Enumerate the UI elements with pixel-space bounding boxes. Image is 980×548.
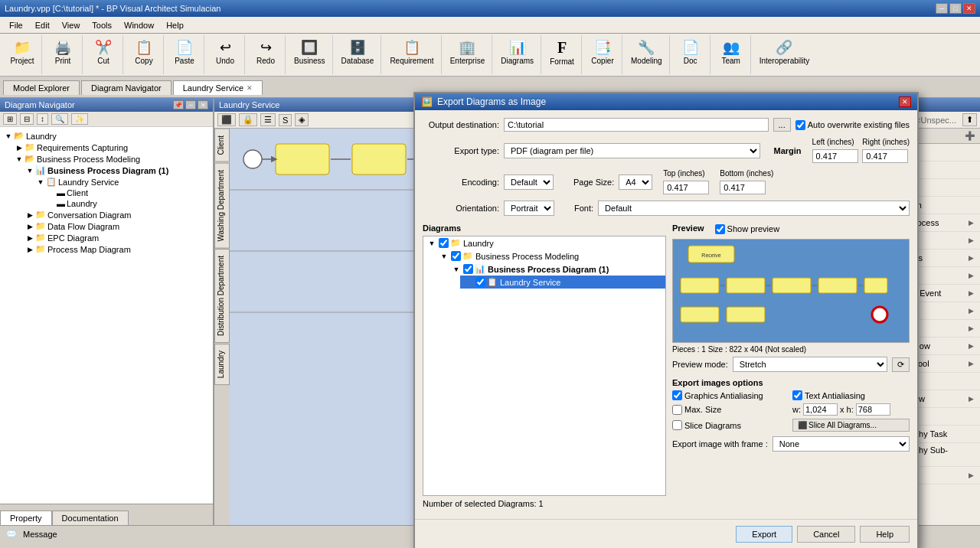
- menu-window[interactable]: Window: [118, 19, 160, 31]
- graphics-antialiasing-checkbox[interactable]: [672, 390, 682, 400]
- tree-item-epc[interactable]: ▶ 📁 EPC Diagram: [23, 232, 211, 243]
- panel-close-btn2[interactable]: ✕: [198, 100, 208, 109]
- toolbar-format-btn[interactable]: F Format: [546, 37, 578, 68]
- toolbar-undo-btn[interactable]: ↩ Undo: [209, 37, 241, 67]
- tree-toolbar-btn5[interactable]: ✨: [71, 113, 88, 125]
- close-btn[interactable]: ✕: [963, 3, 975, 14]
- toolbar-modeling-btn[interactable]: 🔧 Modeling: [627, 37, 666, 67]
- v-tab-laundry[interactable]: Laundry: [214, 344, 230, 385]
- tree-expand-bpd[interactable]: ▼: [24, 167, 35, 175]
- toolbar-paste-btn[interactable]: 📄 Paste: [168, 37, 201, 67]
- panel-minimize-btn[interactable]: ─: [185, 100, 196, 109]
- tree-item-requirements[interactable]: ▶ 📁 Requirements Capturing: [12, 142, 211, 153]
- auto-overwrite-checkbox[interactable]: [795, 120, 805, 130]
- tree-expand-epc[interactable]: ▶: [24, 234, 35, 242]
- text-antialiasing-checkbox[interactable]: [792, 390, 802, 400]
- v-tab-distribution[interactable]: Distribution Department: [214, 249, 230, 343]
- dt-expand-bpm[interactable]: ▼: [439, 253, 449, 260]
- dt-expand-bpd2[interactable]: ▼: [451, 266, 462, 273]
- menu-help[interactable]: Help: [160, 19, 190, 31]
- tree-expand-bpm[interactable]: ▼: [14, 155, 24, 163]
- export-dialog[interactable]: 🖼️ Export Diagrams as Image ✕ Output des…: [413, 92, 919, 542]
- toolbar-copier-btn[interactable]: 📑 Copier: [586, 37, 619, 67]
- max-size-h-input[interactable]: [856, 403, 890, 416]
- tree-item-pmd[interactable]: ▶ 📁 Process Map Diagram: [23, 243, 211, 255]
- max-size-w-input[interactable]: [803, 403, 838, 416]
- cancel-btn[interactable]: Cancel: [797, 526, 855, 542]
- tools-panel-btn3[interactable]: ☰: [260, 113, 276, 126]
- tree-item-bpd[interactable]: ▼ 📊 Business Process Diagram (1): [23, 165, 211, 176]
- toolbar-doc-btn[interactable]: 📄 Doc: [675, 37, 707, 67]
- tools-panel-btn1[interactable]: ⬛: [217, 113, 236, 126]
- menu-tools[interactable]: Tools: [86, 19, 118, 31]
- tree-toolbar-btn4[interactable]: 🔍: [51, 113, 68, 125]
- tree-expand-lsvc[interactable]: ▼: [35, 178, 46, 186]
- documentation-tab[interactable]: Documentation: [52, 510, 129, 525]
- maximize-btn[interactable]: □: [949, 3, 962, 14]
- toolbar-cut-btn[interactable]: ✂️ Cut: [87, 37, 119, 67]
- top-margin-input[interactable]: [663, 181, 709, 194]
- tools-panel-btn2[interactable]: 🔒: [239, 113, 257, 126]
- toolbar-database-btn[interactable]: 🗄️ Database: [338, 37, 378, 67]
- tree-expand-pmd[interactable]: ▶: [24, 246, 35, 253]
- encoding-select[interactable]: Default: [504, 175, 554, 190]
- preview-refresh-btn[interactable]: ⟳: [892, 357, 910, 372]
- export-dialog-close-btn[interactable]: ✕: [899, 96, 911, 107]
- toolbar-business-btn[interactable]: 🔲 Business: [290, 37, 329, 67]
- tree-expand-laundry[interactable]: ▼: [3, 132, 14, 140]
- toolbar-enterprise-btn[interactable]: 🏢 Enterprise: [446, 37, 489, 67]
- dt-expand-laundry[interactable]: ▼: [426, 240, 437, 247]
- tab-model-explorer[interactable]: Model Explorer: [3, 80, 80, 95]
- tree-expand-dfd[interactable]: ▶: [24, 223, 35, 230]
- toolbar-requirement-btn[interactable]: 📋 Requirement: [386, 37, 437, 67]
- tools-panel-btn5[interactable]: ◈: [295, 113, 309, 126]
- slice-all-btn[interactable]: ⬛ Slice All Diagrams...: [792, 419, 910, 432]
- tab-laundry-service[interactable]: Laundry Service ✕: [173, 80, 263, 95]
- tools-panel-btn4[interactable]: S: [279, 114, 292, 126]
- property-tab[interactable]: Property: [0, 510, 52, 525]
- bottom-margin-input[interactable]: [720, 181, 766, 194]
- dt-check-laundry[interactable]: [439, 238, 449, 248]
- minimize-btn[interactable]: ─: [936, 3, 948, 14]
- export-btn[interactable]: Export: [736, 526, 792, 542]
- output-dest-input[interactable]: [504, 118, 769, 132]
- tools-panel-nav-btn[interactable]: ⬆: [962, 113, 977, 126]
- tree-item-bpm[interactable]: ▼ 📂 Business Process Modeling: [12, 153, 211, 165]
- tree-expand-req[interactable]: ▶: [14, 144, 24, 152]
- export-type-select[interactable]: PDF (diagram per file): [504, 143, 760, 158]
- menu-file[interactable]: File: [3, 19, 29, 31]
- dt-check-bpd[interactable]: [463, 264, 473, 274]
- toolbox-add-icon[interactable]: ➕: [965, 131, 975, 141]
- font-select[interactable]: Default: [598, 201, 910, 216]
- dt-check-bpm[interactable]: [451, 251, 461, 261]
- v-tab-client[interactable]: Client: [214, 129, 230, 162]
- show-preview-checkbox[interactable]: [715, 224, 725, 234]
- menu-edit[interactable]: Edit: [29, 19, 56, 31]
- toolbar-print-btn[interactable]: 🖨️ Print: [47, 37, 79, 67]
- page-size-select[interactable]: A4: [619, 175, 652, 190]
- browse-btn[interactable]: ...: [773, 118, 791, 132]
- tree-toolbar-btn2[interactable]: ⊟: [20, 113, 34, 125]
- tree-item-client[interactable]: ▬ Client: [44, 188, 211, 198]
- toolbar-interop-btn[interactable]: 🔗 Interoperability: [756, 37, 814, 67]
- tree-toolbar-btn3[interactable]: ↕: [37, 113, 48, 125]
- max-size-checkbox[interactable]: [672, 405, 682, 415]
- tab-close-icon[interactable]: ✕: [247, 84, 253, 92]
- toolbar-redo-btn2[interactable]: ↪ Redo: [250, 37, 282, 67]
- dt-check-lsvc[interactable]: [475, 277, 485, 287]
- tree-item-laundry-child[interactable]: ▬ Laundry: [44, 198, 211, 209]
- tree-expand-conv[interactable]: ▶: [24, 211, 35, 219]
- toolbar-team-btn[interactable]: 👥 Team: [715, 37, 747, 67]
- help-btn[interactable]: Help: [860, 526, 910, 542]
- dt-bpd[interactable]: ▼ 📊 Business Process Diagram (1): [448, 263, 665, 276]
- panel-pin-btn[interactable]: 📌: [173, 100, 184, 109]
- tree-item-dfd[interactable]: ▶ 📁 Data Flow Diagram: [23, 220, 211, 232]
- dt-laundry-svc[interactable]: 📋 Laundry Service: [460, 276, 665, 289]
- tree-item-laundry[interactable]: ▼ 📂 Laundry: [2, 130, 211, 142]
- tab-diagram-navigator[interactable]: Diagram Navigator: [81, 80, 172, 95]
- orientation-select[interactable]: Portrait: [504, 201, 554, 216]
- tree-item-conv[interactable]: ▶ 📁 Conversation Diagram: [23, 209, 211, 220]
- dt-bpm[interactable]: ▼ 📁 Business Process Modeling: [436, 250, 665, 263]
- menu-view[interactable]: View: [56, 19, 87, 31]
- tree-item-laundry-svc[interactable]: ▼ 📋 Laundry Service: [34, 176, 211, 188]
